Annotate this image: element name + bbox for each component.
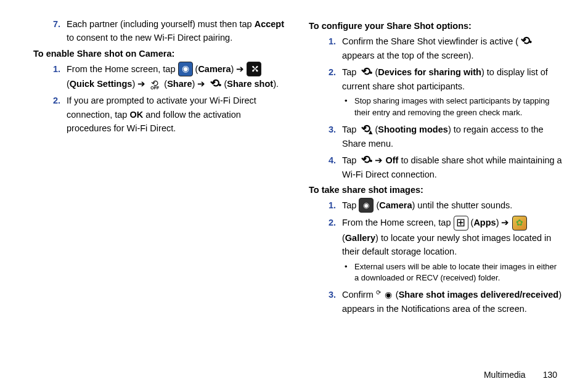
shooting-modes-label: Shooting modes xyxy=(378,125,448,134)
footer: Multimedia 130 xyxy=(33,364,562,380)
take-step-2-bullet: • External users will be able to locate … xyxy=(309,261,562,285)
section-name: Multimedia xyxy=(484,370,526,380)
step-7: 7. Each partner (including yourself) mus… xyxy=(33,17,287,45)
enable-step-1: 1. From the Home screen, tap (Camera) ➔ … xyxy=(33,62,287,91)
camera-label: Camera xyxy=(379,200,412,210)
step-number: 3. xyxy=(324,123,336,151)
arrow-icon: ➔ xyxy=(372,155,385,165)
gallery-icon xyxy=(512,216,527,231)
ok-label: OK xyxy=(129,110,143,120)
text: From the Home screen, tap xyxy=(67,64,178,74)
text: From the Home screen, tap xyxy=(342,218,454,227)
step-number: 2. xyxy=(48,94,60,135)
list-configure: 1. Confirm the Share Shot viewfinder is … xyxy=(309,35,562,93)
step-text: Tap ➔ Off to disable share shot while ma… xyxy=(342,153,562,182)
step-number: 2. xyxy=(324,65,336,94)
devices-icon xyxy=(359,65,372,79)
heading-configure-options: To configure your Share Shot options: xyxy=(309,21,562,31)
gallery-label: Gallery xyxy=(345,233,375,243)
text: appears at the top of the screen). xyxy=(342,51,474,60)
step-text: Tap (Camera) until the shutter sounds. xyxy=(342,198,562,213)
list-take-cont: 3. Confirm (Share shot images delivered/… xyxy=(309,288,562,316)
list-enable: 1. From the Home screen, tap (Camera) ➔ … xyxy=(33,62,287,136)
recv-label: RECV xyxy=(416,273,438,282)
columns: 7. Each partner (including yourself) mus… xyxy=(33,17,562,364)
right-column: To configure your Share Shot options: 1.… xyxy=(309,17,562,364)
shooting-modes-icon xyxy=(359,123,372,136)
text: Tap xyxy=(342,155,359,165)
step-text: Confirm (Share shot images delivered/rec… xyxy=(342,288,562,316)
config-step-2: 2. Tap (Devices for sharing with) to dis… xyxy=(309,65,562,94)
config-step-1: 1. Confirm the Share Shot viewfinder is … xyxy=(309,35,562,63)
step-number: 1. xyxy=(48,62,60,91)
step-number: 1. xyxy=(324,198,336,213)
step-text: If you are prompted to activate your Wi-… xyxy=(67,94,287,135)
quick-settings-icon xyxy=(247,62,261,76)
text: Tap xyxy=(342,200,359,210)
list-take: 1. Tap (Camera) until the shutter sounds… xyxy=(309,198,562,258)
config-step-3: 3. Tap (Shooting modes) to regain access… xyxy=(309,123,562,151)
share-shot-icon xyxy=(359,153,372,167)
text: Confirm the Share Shot viewfinder is act… xyxy=(342,36,518,46)
text: to consent to the new Wi-Fi Direct pairi… xyxy=(67,33,232,43)
list-continued: 7. Each partner (including yourself) mus… xyxy=(33,17,287,45)
camera-icon xyxy=(359,198,374,213)
devices-label: Devices for sharing with xyxy=(378,67,481,77)
share-off-icon xyxy=(148,77,161,91)
bullet-icon: • xyxy=(345,261,349,285)
bullet-text: External users will be able to locate th… xyxy=(354,261,562,285)
text: Confirm xyxy=(342,290,376,300)
page: 7. Each partner (including yourself) mus… xyxy=(0,0,588,392)
step-number: 1. xyxy=(324,35,336,63)
take-step-3: 3. Confirm (Share shot images delivered/… xyxy=(309,288,562,316)
text: appears in the Notifications area of the… xyxy=(342,304,527,314)
arrow-icon: ➔ xyxy=(135,79,148,89)
step-number: 3. xyxy=(324,288,336,316)
delivered-label: Share shot images delivered/received xyxy=(399,290,559,300)
apps-icon xyxy=(454,216,468,231)
step-text: Each partner (including yourself) must t… xyxy=(67,17,287,45)
apps-label: Apps xyxy=(473,218,496,227)
list-configure-cont: 3. Tap (Shooting modes) to regain access… xyxy=(309,123,562,181)
text: Tap xyxy=(342,125,359,134)
text: Tap xyxy=(342,67,359,77)
step-text: Confirm the Share Shot viewfinder is act… xyxy=(342,35,562,63)
take-step-1: 1. Tap (Camera) until the shutter sounds… xyxy=(309,198,562,213)
quick-settings-label: Quick Settings xyxy=(70,79,133,89)
arrow-icon: ➔ xyxy=(234,64,247,74)
step-number: 4. xyxy=(324,153,336,182)
step-number: 2. xyxy=(324,216,336,258)
off-label: Off xyxy=(385,155,398,165)
enable-step-2: 2. If you are prompted to activate your … xyxy=(33,94,287,135)
share-shot-label: Share shot xyxy=(227,79,273,89)
step-text: From the Home screen, tap (Apps) ➔ (Gall… xyxy=(342,216,562,258)
camera-icon xyxy=(178,62,193,76)
heading-enable-share-shot: To enable Share shot on Camera: xyxy=(33,49,287,59)
camera-label: Camera xyxy=(198,64,231,74)
text: . xyxy=(276,79,279,89)
step-number: 7. xyxy=(48,17,60,45)
bullet-icon: • xyxy=(345,96,349,119)
delivered-icon xyxy=(376,288,393,301)
share-shot-icon xyxy=(208,77,221,91)
arrow-icon: ➔ xyxy=(499,218,512,227)
config-step-2-bullet: • Stop sharing images with select partic… xyxy=(309,96,562,119)
left-column: 7. Each partner (including yourself) mus… xyxy=(33,17,287,364)
step-text: Tap (Devices for sharing with) to displa… xyxy=(342,65,562,94)
share-label: Share xyxy=(167,79,192,89)
text: until the shutter sounds. xyxy=(415,200,512,210)
accept-label: Accept xyxy=(255,19,284,29)
arrow-icon: ➔ xyxy=(195,79,208,89)
config-step-4: 4. Tap ➔ Off to disable share shot while… xyxy=(309,153,562,182)
step-text: From the Home screen, tap (Camera) ➔ (Qu… xyxy=(67,62,287,91)
text: Each partner (including yourself) must t… xyxy=(67,19,255,29)
bullet-text: Stop sharing images with select particip… xyxy=(354,96,562,119)
text: (received) folder. xyxy=(438,273,500,282)
heading-take-images: To take share shot images: xyxy=(309,185,562,195)
step-text: Tap (Shooting modes) to regain access to… xyxy=(342,123,562,151)
share-shot-icon xyxy=(518,35,532,48)
take-step-2: 2. From the Home screen, tap (Apps) ➔ (G… xyxy=(309,216,562,258)
page-number: 130 xyxy=(543,370,557,380)
